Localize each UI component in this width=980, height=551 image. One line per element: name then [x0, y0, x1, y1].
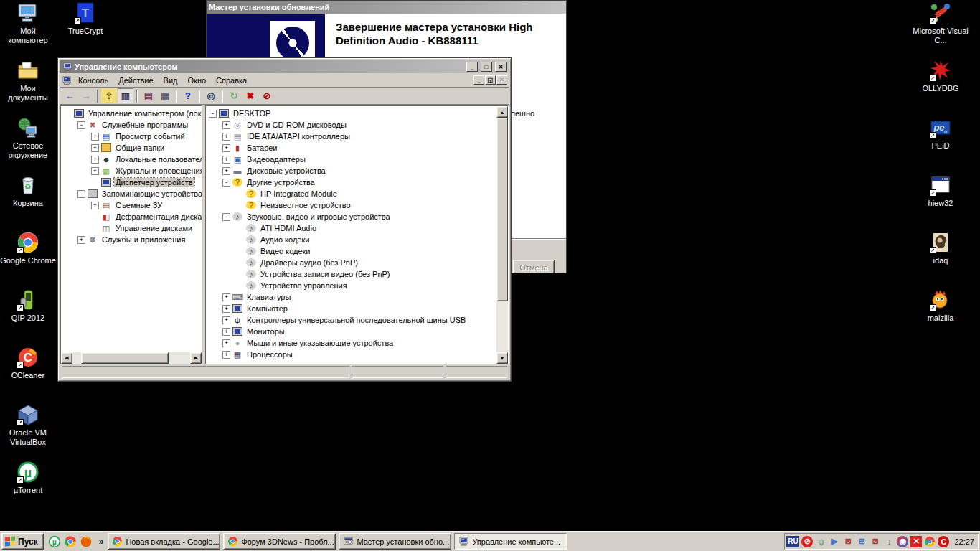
scan-hardware-icon[interactable]: ◎ [203, 88, 219, 103]
task-button[interactable]: Мастер установки обно... [339, 533, 451, 550]
expander-plus-icon[interactable]: + [91, 156, 99, 164]
expander-plus-icon[interactable]: + [77, 236, 85, 244]
update-driver-icon[interactable]: ↻ [226, 88, 242, 103]
back-icon[interactable]: ← [62, 88, 77, 103]
tree-item[interactable]: ?HP Integrated Module [206, 188, 496, 199]
tree-item[interactable]: +▦Процессоры [206, 349, 496, 360]
tree-item[interactable]: +▦Журналы и оповещения пр [61, 165, 202, 176]
quick-launch-overflow-chevron[interactable]: » [97, 537, 106, 547]
scroll-down-button[interactable]: ▼ [496, 352, 508, 364]
properties-icon[interactable]: ▤ [141, 88, 156, 103]
up-one-level-icon[interactable]: ⇧ [101, 88, 117, 103]
horizontal-scrollbar[interactable]: ◀ ▶ [61, 352, 202, 364]
cancel-button[interactable]: Отмена [513, 260, 555, 273]
scrollbar-track[interactable] [496, 301, 508, 352]
tree-item[interactable]: -?Другие устройства [206, 176, 496, 188]
expander-plus-icon[interactable]: + [222, 351, 230, 359]
antivirus-icon[interactable]: C [938, 536, 949, 547]
update-ready-icon[interactable]: ↓ [883, 536, 895, 547]
disable-device-icon[interactable]: ⊘ [259, 88, 275, 103]
tree-item[interactable]: ♪Драйверы аудио (без PnP) [206, 257, 496, 268]
tree-item[interactable]: +▬Дисковые устройства [206, 165, 496, 176]
tree-item[interactable]: +☻Локальные пользователи и [61, 154, 202, 165]
tree-item[interactable]: -Запоминающие устройства [61, 188, 202, 199]
chrome-quicklaunch-icon[interactable] [64, 535, 77, 548]
tree-item[interactable]: ♪Видео кодеки [206, 245, 496, 257]
mdi-close-button[interactable]: ✕ [496, 75, 507, 85]
desktop-icon-ollydbg[interactable]: ↗OLLYDBG [913, 59, 969, 93]
tree-item[interactable]: +◎DVD и CD-ROM дисководы [206, 119, 496, 131]
forward-icon[interactable]: → [78, 88, 94, 103]
tree-item[interactable]: +▮Батареи [206, 142, 496, 154]
expander-plus-icon[interactable]: + [222, 156, 230, 164]
tree-item[interactable]: ♪ATI HDMI Audio [206, 222, 496, 234]
scroll-left-button[interactable]: ◀ [61, 352, 72, 364]
firefox-quicklaunch-icon[interactable] [80, 535, 93, 548]
utorrent-quicklaunch-icon[interactable]: µ [48, 535, 61, 548]
expander-minus-icon[interactable]: - [222, 179, 230, 187]
tree-item[interactable]: +⌨Клавиатуры [206, 291, 496, 303]
expander-plus-icon[interactable]: + [222, 133, 230, 141]
expander-plus-icon[interactable]: + [222, 316, 230, 324]
desktop-icon-hiew32[interactable]: ↗hiew32 [913, 174, 969, 208]
tree-item[interactable]: ◧Дефрагментация диска [61, 211, 202, 222]
tree-item[interactable]: +Компьютер [206, 303, 496, 314]
vertical-scrollbar[interactable]: ▲ ▼ [496, 106, 508, 364]
tree-item[interactable]: Диспетчер устройств [61, 176, 202, 188]
expander-plus-icon[interactable]: + [222, 305, 230, 313]
tree-item[interactable]: ♪Устройства записи видео (без PnP) [206, 268, 496, 280]
tree-item[interactable]: +▤IDE ATA/ATAPI контроллеры [206, 131, 496, 142]
security-alert-icon[interactable]: ✕ [910, 536, 922, 547]
mdi-minimize-button[interactable]: _ [473, 75, 484, 85]
expander-plus-icon[interactable]: + [222, 121, 230, 129]
network-error2-icon[interactable]: ⊠ [870, 536, 881, 547]
tree-item[interactable]: +ψКонтроллеры универсальной последовател… [206, 314, 496, 326]
start-button[interactable]: Пуск [1, 533, 44, 550]
tree-item[interactable]: +▣Видеоадаптеры [206, 154, 496, 165]
desktop-icon-idaq[interactable]: ↗idaq [913, 231, 969, 265]
menu-item[interactable]: Консоль [73, 75, 113, 86]
menu-item[interactable]: Действие [113, 75, 158, 86]
task-button[interactable]: Форум 3DNews - Пробл... [223, 533, 336, 550]
expander-plus-icon[interactable]: + [222, 328, 230, 336]
desktop-icon-google-chrome[interactable]: ↗Google Chrome [0, 231, 56, 265]
desktop-icon-peid[interactable]: peid↗PEiD [913, 116, 969, 151]
tree-item[interactable]: ♪Аудио кодеки [206, 234, 496, 245]
expander-minus-icon[interactable]: - [222, 213, 230, 221]
wireless-antenna-icon[interactable]: ψ [815, 536, 826, 547]
menu-item[interactable]: Окно [183, 75, 212, 86]
desktop-icon-utorrent[interactable]: µ↗µTorrent [0, 461, 56, 495]
menu-item[interactable]: Вид [159, 75, 183, 86]
show-console-tree-icon[interactable]: ▥ [118, 88, 133, 103]
desktop-icon-ccleaner[interactable]: C↗CCleaner [0, 346, 56, 380]
maximize-button[interactable]: □ [481, 62, 492, 72]
expander-minus-icon[interactable]: - [77, 190, 85, 198]
desktop-icon-my-documents[interactable]: Мои документы [0, 59, 56, 103]
mdi-restore-button[interactable]: ◱ [485, 75, 496, 85]
chrome-tray-icon[interactable] [924, 536, 936, 547]
task-button[interactable]: Управление компьюте... [454, 533, 567, 550]
tree-item[interactable]: ?Неизвестное устройство [206, 199, 496, 211]
scrollbar-track[interactable] [72, 352, 190, 364]
print-icon[interactable]: ▦ [157, 88, 173, 103]
scrollbar-thumb[interactable] [81, 352, 169, 364]
globe-icon[interactable]: ◉ [897, 536, 908, 547]
help-icon[interactable]: ? [180, 88, 196, 103]
expander-plus-icon[interactable]: + [222, 167, 230, 175]
wizard-titlebar[interactable]: Мастер установки обновлений [207, 1, 566, 14]
network-activity-icon[interactable]: ⊞ [856, 536, 867, 547]
mmc-titlebar[interactable]: Управление компьютером _ □ ✕ [60, 60, 509, 73]
expander-minus-icon[interactable]: - [209, 110, 217, 118]
desktop-icon-virtualbox[interactable]: ↗Oracle VM VirtualBox [0, 403, 56, 447]
desktop-icon-network-places[interactable]: Сетевое окружение [0, 116, 56, 160]
tree-item[interactable]: -✖Служебные программы [61, 119, 202, 131]
desktop-icon-msvc[interactable]: ↗Microsoft Visual C... [913, 1, 969, 45]
scroll-up-button[interactable]: ▲ [496, 106, 508, 118]
tree-item[interactable]: Управление компьютером (локаль [61, 108, 202, 119]
close-button[interactable]: ✕ [495, 62, 507, 72]
tree-item[interactable]: +▤Съемные ЗУ [61, 199, 202, 211]
tree-item[interactable]: +Общие папки [61, 142, 202, 154]
desktop-icon-qip-2012[interactable]: ↗QIP 2012 [0, 288, 56, 323]
expander-minus-icon[interactable]: - [77, 121, 85, 129]
tree-item[interactable]: -♪Звуковые, видео и игровые устройства [206, 211, 496, 222]
